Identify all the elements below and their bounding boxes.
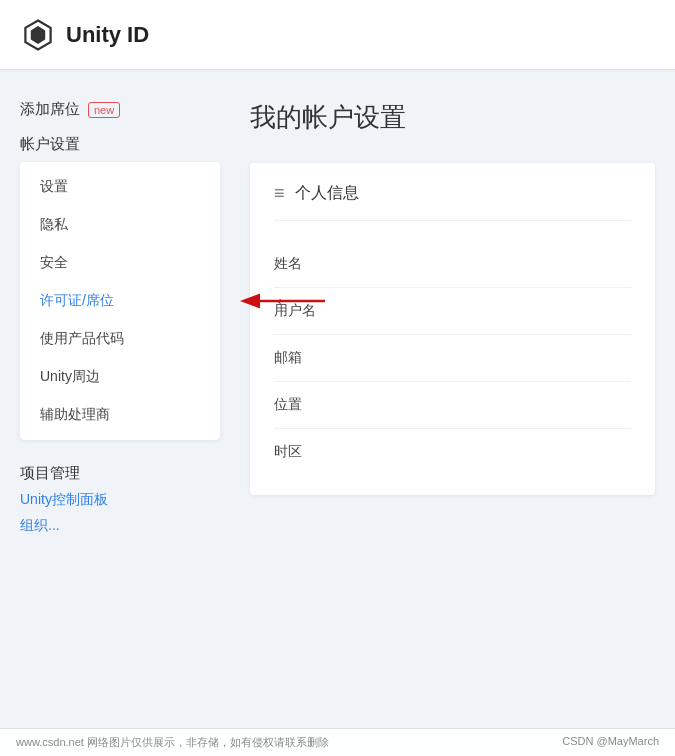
main-content: 添加席位 new 帐户设置 设置 隐私 安全 许可证/席位 ← bbox=[0, 70, 675, 573]
menu-item-auxiliary[interactable]: 辅助处理商 bbox=[20, 396, 220, 434]
new-badge: new bbox=[88, 102, 120, 118]
red-arrow-svg bbox=[240, 289, 330, 313]
personal-info-icon: ≡ bbox=[274, 183, 285, 204]
unity-logo-icon bbox=[20, 17, 56, 53]
account-section-title: 帐户设置 bbox=[20, 135, 220, 154]
add-seat-label: 添加席位 bbox=[20, 100, 80, 119]
menu-item-privacy[interactable]: 隐私 bbox=[20, 206, 220, 244]
sidebar-menu: 设置 隐私 安全 许可证/席位 ← bbox=[20, 162, 220, 440]
footer-right-text: CSDN @MayMarch bbox=[562, 735, 659, 750]
info-card: ≡ 个人信息 姓名 用户名 邮箱 位置 时区 bbox=[250, 163, 655, 495]
right-content: 我的帐户设置 ≡ 个人信息 姓名 用户名 邮箱 位置 时区 bbox=[250, 100, 655, 543]
header: Unity ID bbox=[0, 0, 675, 70]
footer-left-text: www.csdn.net 网络图片仅供展示，非存储，如有侵权请联系删除 bbox=[16, 735, 329, 750]
project-section-title: 项目管理 bbox=[20, 464, 220, 483]
info-row-timezone[interactable]: 时区 bbox=[274, 429, 631, 475]
menu-item-security[interactable]: 安全 bbox=[20, 244, 220, 282]
sidebar: 添加席位 new 帐户设置 设置 隐私 安全 许可证/席位 ← bbox=[20, 100, 220, 543]
unity-dashboard-link[interactable]: Unity控制面板 bbox=[20, 491, 220, 509]
personal-info-title: 个人信息 bbox=[295, 183, 359, 204]
info-row-email[interactable]: 邮箱 bbox=[274, 335, 631, 382]
menu-item-settings[interactable]: 设置 bbox=[20, 168, 220, 206]
menu-item-license[interactable]: 许可证/席位 ← bbox=[20, 282, 220, 320]
logo-text: Unity ID bbox=[66, 22, 149, 48]
info-row-location[interactable]: 位置 bbox=[274, 382, 631, 429]
organization-link[interactable]: 组织... bbox=[20, 517, 220, 535]
menu-item-unity-peripherals[interactable]: Unity周边 bbox=[20, 358, 220, 396]
footer-bar: www.csdn.net 网络图片仅供展示，非存储，如有侵权请联系删除 CSDN… bbox=[0, 728, 675, 756]
info-row-name[interactable]: 姓名 bbox=[274, 241, 631, 288]
add-seat-link[interactable]: 添加席位 new bbox=[20, 100, 220, 119]
info-card-header: ≡ 个人信息 bbox=[274, 183, 631, 221]
page-title: 我的帐户设置 bbox=[250, 100, 655, 135]
logo-area: Unity ID bbox=[20, 17, 149, 53]
svg-marker-1 bbox=[31, 26, 45, 44]
menu-item-product-code[interactable]: 使用产品代码 bbox=[20, 320, 220, 358]
